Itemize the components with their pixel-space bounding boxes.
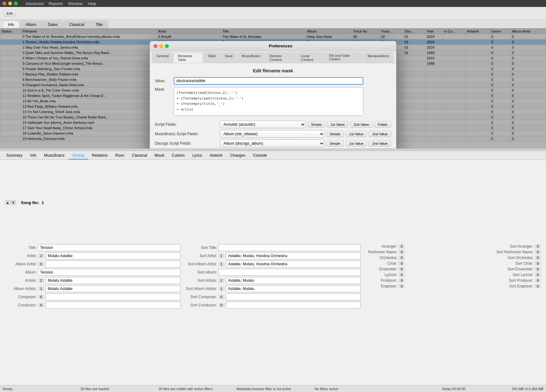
edit-button[interactable]: Edit (4, 10, 15, 16)
sort-choir-count: 0 (535, 261, 541, 266)
mask-label: Mask: (155, 87, 174, 92)
composer-row: Composer: 0 (5, 293, 180, 300)
sort-artist-label: Sort Artist: (185, 254, 217, 258)
bottom-tab-custom[interactable]: Custom (168, 152, 189, 160)
menu-window[interactable]: Window (68, 1, 82, 6)
sort-album-artist-row: Sort Album Artist: 1 (185, 261, 361, 268)
prefs-tab-save[interactable]: Save (221, 52, 237, 63)
prefs-tab-manipulations[interactable]: Manipulations (363, 52, 393, 63)
artist-input[interactable] (46, 252, 180, 259)
discogs-simple-btn[interactable]: Simple (326, 140, 344, 147)
minimize-button[interactable] (8, 2, 12, 5)
sort-album-artist-input[interactable] (226, 261, 361, 268)
value-input[interactable] (174, 77, 363, 85)
menu-reports[interactable]: Reports (49, 1, 63, 6)
prefs-tab-general[interactable]: General (152, 52, 173, 63)
prefs-tab-musicbrainz[interactable]: MusicBrainz (238, 52, 265, 63)
sort-artist-input[interactable] (226, 252, 361, 259)
discogs-1st-btn[interactable]: 1st Value (346, 140, 367, 147)
prefs-minimize[interactable] (159, 44, 163, 48)
mb-2nd-btn[interactable]: 2nd Value (369, 131, 391, 137)
sort-conductor-input[interactable] (226, 302, 361, 309)
prefs-tab-local[interactable]: Local Content (297, 52, 325, 63)
sort-album-artists-input[interactable] (226, 285, 361, 292)
sort-artists-input[interactable] (226, 277, 361, 284)
prefs-tab-remote[interactable]: Remote Content (265, 52, 296, 63)
bottom-tab-changes[interactable]: Changes (226, 152, 249, 160)
bottom-tab-lyrics[interactable]: Lyrics (189, 152, 206, 160)
sort-album-input[interactable] (218, 269, 361, 276)
arrow-down[interactable]: ▼ (11, 200, 16, 205)
album-artist-label: Album Artist: (5, 262, 37, 266)
tab-dates[interactable]: Dates (42, 21, 63, 28)
bottom-tab-classical[interactable]: Classical (128, 152, 151, 160)
script-simple-btn[interactable]: Simple (307, 121, 325, 128)
sort-composer-input[interactable] (226, 293, 361, 300)
album-artists-count: 1 (38, 286, 44, 291)
app-window: Edit Info Album Dates Classical Title St… (0, 7, 546, 392)
bottom-tab-roon[interactable]: Roon (112, 152, 128, 160)
bottom-tab-console[interactable]: Console (249, 152, 270, 160)
script-1st-btn[interactable]: 1st Value (327, 121, 348, 128)
title-input[interactable] (38, 244, 180, 251)
bottom-panel: Summary Info MusicBrainz Sorting Relatio… (0, 151, 546, 385)
bottom-tab-mood[interactable]: Mood (151, 152, 168, 160)
bottom-tab-info[interactable]: Info (26, 152, 40, 160)
close-button[interactable] (3, 2, 6, 5)
conductor-input[interactable] (46, 302, 180, 309)
prefs-close[interactable] (154, 44, 157, 48)
prefs-tab-file-folder[interactable]: File and Folder Content (325, 52, 363, 63)
mask-content[interactable]: ifnotempty(pad(discno,2),'-') + ifnotemp… (174, 87, 363, 116)
status-files-visible: 20 files are visible with active filters (159, 387, 232, 391)
sort-artist-count: 1 (218, 254, 225, 258)
sort-composer-label: Sort Composer: (185, 295, 217, 299)
tab-info[interactable]: Info (3, 21, 20, 28)
mb-1st-btn[interactable]: 1st Value (346, 131, 367, 137)
discogs-2nd-btn[interactable]: 2nd Value (369, 140, 391, 147)
bottom-tab-relations[interactable]: Relations (88, 152, 112, 160)
album-artists-row: Album Artists: 1 (5, 285, 180, 292)
tab-classical[interactable]: Classical (64, 21, 89, 28)
prefs-content: Edit filename mask Value: Mask: ifnotemp… (150, 63, 396, 148)
script-fields-label: Script Fields: (155, 122, 218, 127)
maximize-button[interactable] (14, 2, 18, 5)
artists-input[interactable] (46, 277, 180, 284)
menu-help[interactable]: Help (88, 1, 96, 6)
script-2nd-btn[interactable]: 2nd Value (350, 121, 373, 128)
top-toolbar: Edit (0, 7, 546, 20)
album-artists-input[interactable] (46, 285, 180, 292)
discogs-select[interactable]: Album (discogs_album) (220, 140, 325, 147)
sort-ensemble-count: 0 (535, 267, 541, 271)
bottom-tab-musicbrainz[interactable]: MusicBrainz (40, 152, 68, 160)
bottom-tab-artwork[interactable]: Artwork (206, 152, 227, 160)
file-table-area: Status Filename Artist Title Album Track… (0, 28, 546, 148)
panel-divider[interactable]: · · · (0, 148, 546, 151)
script-folder-btn[interactable]: Folder (374, 121, 391, 128)
choir-count: 0 (398, 261, 405, 266)
sort-orchestra-count: 0 (535, 256, 541, 260)
mb-simple-btn[interactable]: Simple (326, 131, 344, 137)
performer-count: 0 (398, 250, 405, 254)
sort-title-input[interactable] (218, 244, 361, 251)
script-fields-select[interactable]: Acoustic (acoustic) (220, 121, 306, 128)
bottom-tab-sorting[interactable]: Sorting (69, 152, 88, 160)
sort-composer-row: Sort Composer: 0 (185, 293, 361, 300)
prefs-title: Preferences (169, 44, 392, 48)
composer-input[interactable] (46, 293, 180, 300)
arrow-up[interactable]: ▲ (5, 200, 10, 205)
producer-label: Producer: (366, 278, 397, 283)
musicbrainz-select[interactable]: Album (mb_release) (220, 130, 325, 138)
status-ready: Ready (3, 387, 76, 391)
menu-advanced[interactable]: Advanced (25, 1, 44, 6)
album-artist-count: 0 (38, 262, 44, 266)
prefs-tab-table[interactable]: Table (203, 52, 220, 63)
prefs-traffic-lights (154, 44, 169, 48)
bottom-tab-summary[interactable]: Summary (3, 152, 26, 160)
album-input[interactable] (38, 269, 180, 276)
album-artist-input[interactable] (46, 261, 180, 268)
tab-title[interactable]: Title (90, 21, 108, 28)
tab-album[interactable]: Album (20, 21, 42, 28)
prefs-tab-metadata[interactable]: Metadata Table (173, 52, 203, 63)
prefs-maximize[interactable] (165, 44, 169, 48)
arranger-count: 0 (398, 244, 405, 249)
